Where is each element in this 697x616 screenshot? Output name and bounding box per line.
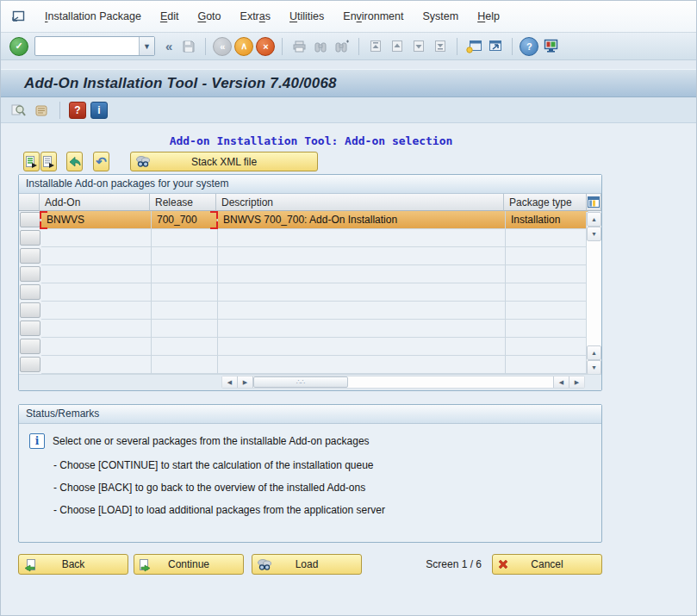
stack-xml-file-button[interactable]: Stack XML file — [130, 152, 318, 171]
table-cell — [41, 283, 152, 302]
row-selector[interactable] — [20, 248, 40, 264]
menu-help[interactable]: Help — [468, 8, 509, 25]
table-cell — [41, 229, 152, 247]
cancel-icon[interactable]: × — [256, 37, 275, 56]
column-header-release[interactable]: Release — [150, 194, 216, 211]
menu-system[interactable]: System — [413, 8, 468, 25]
cell-description[interactable]: BNWVS 700_700: Add-On Installation — [218, 211, 506, 229]
first-page-icon[interactable] — [366, 37, 385, 56]
menu-installation-package[interactable]: Installation Package — [35, 8, 151, 25]
menu-extras[interactable]: Extras — [231, 8, 280, 25]
packages-groupbox: Installable Add-on packages for your sys… — [18, 174, 602, 391]
save-icon[interactable] — [179, 37, 198, 56]
find-icon[interactable] — [311, 37, 330, 56]
table-row-empty — [19, 247, 601, 265]
undo-button[interactable]: ↶ — [93, 152, 109, 171]
choose-button[interactable] — [23, 152, 40, 171]
search-documents-icon — [9, 101, 28, 120]
help-icon[interactable]: ? — [520, 37, 538, 56]
menu-environment[interactable]: Environment — [333, 8, 413, 25]
continue-button[interactable]: Continue — [134, 554, 244, 575]
create-shortcut-icon[interactable] — [486, 37, 505, 56]
menu-items: Installation PackageEditGotoExtrasUtilit… — [35, 8, 509, 25]
back-button[interactable]: Back — [18, 554, 128, 575]
row-selector[interactable] — [20, 320, 40, 336]
selection-bracket — [210, 221, 218, 229]
info-icon[interactable]: i — [90, 102, 108, 119]
table-cell — [152, 247, 218, 265]
menu-goto[interactable]: Goto — [188, 8, 230, 25]
help-icon[interactable]: ? — [69, 102, 86, 119]
deselect-button[interactable] — [66, 152, 83, 171]
row-selector[interactable] — [20, 357, 40, 372]
next-page-icon[interactable] — [409, 37, 428, 56]
scroll-left-icon[interactable]: ◀ — [553, 376, 569, 388]
scroll-up-icon[interactable]: ▲ — [587, 212, 601, 227]
back-icon: « — [213, 37, 232, 56]
continue-page-icon — [139, 558, 152, 575]
status-remark-line: - Choose [BACK] to go back to the overvi… — [28, 482, 593, 494]
find-next-icon[interactable] — [333, 37, 352, 56]
table-cell — [506, 283, 588, 302]
command-field[interactable]: ▼ — [34, 36, 155, 56]
enter-icon[interactable]: ✓ — [9, 37, 28, 56]
system-menu-icon[interactable] — [9, 9, 27, 24]
table-cell — [152, 320, 218, 338]
scroll-right-icon[interactable]: ▶ — [238, 376, 253, 388]
row-selector[interactable] — [20, 302, 40, 318]
table-row-empty — [19, 338, 601, 356]
print-icon[interactable] — [289, 37, 308, 56]
row-selector[interactable] — [20, 212, 40, 227]
scroll-down-icon[interactable]: ▼ — [587, 360, 601, 375]
last-page-icon[interactable] — [431, 37, 450, 56]
previous-page-icon[interactable] — [388, 37, 407, 56]
selection-bracket — [210, 211, 218, 219]
horizontal-scroll-thumb[interactable]: ∴∴ — [253, 376, 348, 388]
selection-toolbar: ↶ Stack XML file — [23, 152, 696, 171]
table-cell — [152, 338, 218, 356]
scroll-down-icon[interactable]: ▼ — [587, 227, 601, 241]
customize-layout-icon[interactable] — [541, 37, 560, 56]
application-toolbar: ? i — [1, 97, 696, 123]
new-session-icon[interactable] — [464, 37, 483, 56]
cancel-button[interactable]: Cancel — [492, 554, 602, 575]
table-body: BNWVS 700_700 BNWVS 700_700: Add-On Inst… — [19, 211, 601, 374]
table-row-empty — [19, 302, 601, 320]
column-header-package-type[interactable]: Package type — [504, 194, 587, 211]
row-selector[interactable] — [20, 339, 40, 354]
horizontal-scroll-track[interactable] — [348, 376, 553, 388]
row-selector[interactable] — [20, 266, 40, 282]
remark-lines: - Choose [CONTINUE] to start the calcula… — [28, 459, 593, 516]
cell-addon[interactable]: BNWVS — [41, 211, 152, 229]
vertical-scroll-track[interactable] — [587, 241, 601, 345]
separator — [457, 38, 457, 55]
choose-detail-button[interactable] — [40, 152, 57, 171]
table-settings-icon[interactable] — [587, 194, 601, 211]
command-input[interactable] — [35, 37, 139, 55]
column-header-addon[interactable]: Add-On — [40, 194, 150, 211]
vertical-scrollbar[interactable]: ▲ ▼ ▲ ▼ — [586, 212, 601, 375]
table-header-row: Add-On Release Description Package type — [19, 194, 601, 211]
scroll-left-icon[interactable]: ◀ — [222, 376, 238, 388]
command-dropdown-icon[interactable]: ▼ — [139, 37, 154, 55]
scroll-right-icon[interactable]: ▶ — [569, 376, 584, 388]
selector-column-header[interactable] — [19, 194, 40, 211]
column-header-description[interactable]: Description — [216, 194, 504, 211]
menu-bar: Installation PackageEditGotoExtrasUtilit… — [1, 1, 696, 33]
table-cell — [218, 265, 506, 283]
load-button[interactable]: Load — [252, 554, 362, 575]
stack-xml-file-label: Stack XML file — [131, 156, 317, 168]
horizontal-scrollbar[interactable]: ◀ ▶ ∴∴ ◀ ▶ — [221, 376, 585, 389]
collapse-icon[interactable]: « — [161, 39, 177, 53]
menu-edit[interactable]: Edit — [151, 8, 189, 25]
exit-icon[interactable]: ∧ — [234, 37, 253, 56]
table-row-selected[interactable]: BNWVS 700_700 BNWVS 700_700: Add-On Inst… — [19, 211, 601, 229]
cell-release[interactable]: 700_700 — [152, 211, 218, 229]
menu-utilities[interactable]: Utilities — [280, 8, 333, 25]
logs-icon — [32, 101, 51, 120]
row-selector[interactable] — [20, 284, 40, 300]
row-selector[interactable] — [20, 230, 40, 246]
cell-package-type[interactable]: Installation — [506, 211, 588, 229]
table-row-empty — [19, 283, 601, 302]
scroll-up-icon[interactable]: ▲ — [587, 345, 601, 360]
